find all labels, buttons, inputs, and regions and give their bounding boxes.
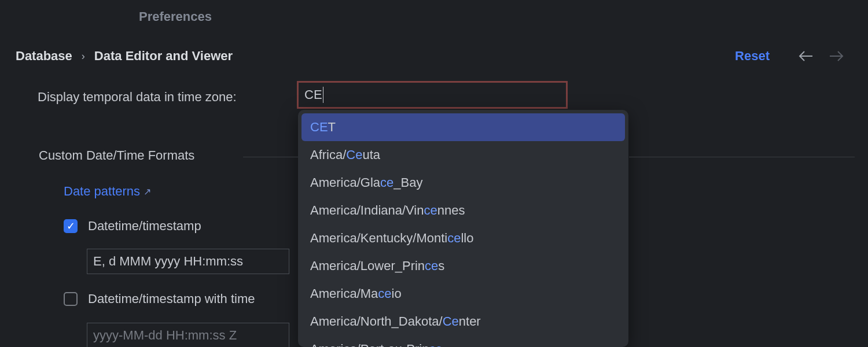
datetime-timestamp-tz-label: Datetime/timestamp with time bbox=[88, 291, 255, 307]
timezone-option[interactable]: America/Port-au-Prince bbox=[301, 335, 625, 347]
reset-link[interactable]: Reset bbox=[735, 49, 770, 64]
date-patterns-link[interactable]: Date patterns ↗ bbox=[64, 184, 151, 199]
timezone-option[interactable]: America/Maceio bbox=[301, 280, 625, 308]
timezone-label: Display temporal data in time zone: bbox=[38, 90, 237, 105]
timezone-option[interactable]: America/Lower_Princes bbox=[301, 252, 625, 280]
breadcrumb-data-editor[interactable]: Data Editor and Viewer bbox=[94, 49, 233, 64]
datetime-timestamp-label: Datetime/timestamp bbox=[88, 219, 201, 234]
timezone-option[interactable]: America/Indiana/Vincennes bbox=[301, 197, 625, 224]
divider bbox=[243, 157, 298, 157]
timezone-option[interactable]: America/North_Dakota/Center bbox=[301, 308, 625, 335]
datetime-timestamp-tz-value: yyyy-MM-dd HH:mm:ss Z bbox=[93, 328, 237, 343]
date-patterns-link-text: Date patterns bbox=[64, 184, 140, 199]
chevron-right-icon: › bbox=[82, 50, 85, 62]
datetime-timestamp-row: ✓ Datetime/timestamp bbox=[64, 219, 201, 234]
back-arrow-icon[interactable] bbox=[799, 50, 812, 64]
timezone-option[interactable]: America/Kentucky/Monticello bbox=[301, 224, 625, 252]
datetime-timestamp-value: E, d MMM yyyy HH:mm:ss bbox=[93, 254, 243, 269]
timezone-option[interactable]: CET bbox=[301, 113, 625, 141]
timezone-option[interactable]: America/Glace_Bay bbox=[301, 169, 625, 197]
forward-arrow-icon bbox=[830, 50, 844, 64]
timezone-dropdown[interactable]: CETAfrica/CeutaAmerica/Glace_BayAmerica/… bbox=[298, 110, 628, 347]
timezone-input-value: CE bbox=[304, 87, 322, 102]
timezone-option[interactable]: Africa/Ceuta bbox=[301, 141, 625, 169]
datetime-timestamp-tz-input[interactable]: yyyy-MM-dd HH:mm:ss Z bbox=[87, 323, 289, 347]
external-link-icon: ↗ bbox=[144, 186, 151, 197]
breadcrumb: Database › Data Editor and Viewer bbox=[16, 49, 233, 64]
timezone-input[interactable]: CE bbox=[297, 81, 568, 109]
nav-arrows bbox=[799, 50, 844, 64]
datetime-timestamp-tz-checkbox[interactable] bbox=[64, 292, 78, 306]
datetime-timestamp-tz-row: Datetime/timestamp with time bbox=[64, 291, 255, 307]
breadcrumb-database[interactable]: Database bbox=[16, 49, 72, 64]
divider bbox=[629, 157, 855, 157]
text-caret bbox=[323, 87, 323, 103]
section-title: Custom Date/Time Formats bbox=[39, 148, 194, 163]
page-title: Preferences bbox=[139, 9, 212, 24]
datetime-timestamp-input[interactable]: E, d MMM yyyy HH:mm:ss bbox=[87, 249, 289, 274]
datetime-timestamp-checkbox[interactable]: ✓ bbox=[64, 219, 78, 233]
